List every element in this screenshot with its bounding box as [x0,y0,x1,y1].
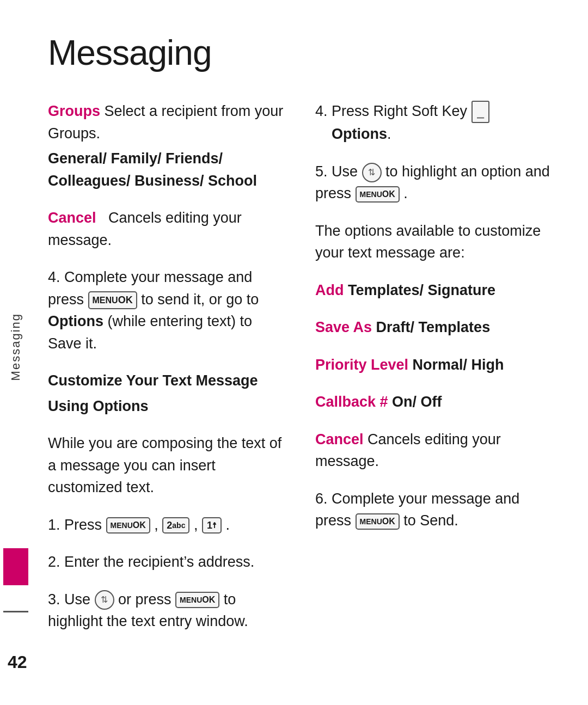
callback-text: On/ Off [392,394,442,410]
options-label: Options [315,123,387,145]
cancel-label: Cancel [48,210,96,226]
add-section: Add Templates/ Signature [315,279,555,302]
add-text: Templates/ Signature [348,282,495,298]
main-content: Messaging Groups Select a recipient from… [32,0,588,705]
groups-list-text: General/ Family/ Friends/ Colleagues/ Bu… [48,150,257,189]
key-1: 1 ☨ [202,517,222,534]
right-soft-key-icon: ⎯ [471,101,489,123]
saveas-paragraph: Save As Draft/ Templates [315,316,555,339]
intro-section: While you are composing the text of a me… [48,432,288,499]
groups-list: General/ Family/ Friends/ Colleagues/ Bu… [48,148,288,192]
sidebar: Messaging 42 [0,0,32,705]
right-column: 4. Press Right Soft Key ⎯ Options. 5. Us… [315,100,555,672]
two-column-layout: Groups Select a recipient from your Grou… [48,100,555,672]
priority-text: Normal/ High [413,357,504,373]
cancel-right-section: Cancel Cancels editing your message. [315,428,555,473]
step6-paragraph: 6. Complete your message and press MENUO… [315,488,555,532]
step4-section: 4. Complete your message and press MENUO… [48,266,288,354]
step3-paragraph: 3. Use ⇅ or press MENUOK to highlight th… [48,588,288,633]
priority-paragraph: Priority Level Normal/ High [315,354,555,376]
priority-section: Priority Level Normal/ High [315,354,555,376]
saveas-section: Save As Draft/ Templates [315,316,555,339]
page-number: 42 [8,652,27,672]
options-bold: Options [48,313,103,329]
heading1: Customize Your Text Message [48,372,258,389]
section-heading: Customize Your Text Message [48,370,288,392]
step5-paragraph: 5. Use ⇅ to highlight an option and pres… [315,161,555,205]
add-label: Add [315,282,344,298]
saveas-text: Draft/ Templates [376,319,491,335]
groups-label: Groups [48,103,100,119]
page-title: Messaging [48,33,555,73]
cancel-paragraph: Cancel Cancels editing your message. [48,207,288,251]
cancel-right-paragraph: Cancel Cancels editing your message. [315,428,555,473]
step1-paragraph: 1. Press MENUOK , 2abc , 1 ☨ . [48,514,288,536]
step6-section: 6. Complete your message and press MENUO… [315,488,555,532]
step4-right-section: 4. Press Right Soft Key ⎯ Options. [315,100,555,145]
step2-paragraph: 2. Enter the recipient’s address. [48,551,288,573]
menu-ok-key: MENUOK [106,517,150,534]
page-container: Messaging 42 Messaging Groups Select a r… [0,0,588,705]
ok-key-step5: MENUOK [356,186,400,203]
callback-section: Callback # On/ Off [315,391,555,413]
key-2abc: 2abc [162,517,189,534]
callback-label: Callback # [315,394,388,410]
section-heading2: Using Options [48,395,288,418]
callback-paragraph: Callback # On/ Off [315,391,555,413]
nav-key-step5: ⇅ [362,163,382,182]
sidebar-accent-bar [3,548,28,585]
priority-label: Priority Level [315,357,408,373]
cancel-section: Cancel Cancels editing your message. [48,207,288,251]
step1-section: 1. Press MENUOK , 2abc , 1 ☨ . [48,514,288,536]
options-intro-text: The options available to customize your … [315,220,555,264]
sidebar-line [3,611,28,612]
step3-section: 3. Use ⇅ or press MENUOK to highlight th… [48,588,288,633]
left-column: Groups Select a recipient from your Grou… [48,100,288,672]
step4-right-paragraph: 4. Press Right Soft Key ⎯ Options. [315,100,555,145]
saveas-label: Save As [315,319,372,335]
add-paragraph: Add Templates/ Signature [315,279,555,302]
cancel-right-label: Cancel [315,431,364,447]
ok-key-step3: MENUOK [175,592,219,608]
step2-section: 2. Enter the recipient’s address. [48,551,288,573]
ok-key-step6: MENUOK [356,513,400,530]
nav-key-step3: ⇅ [95,590,114,610]
ok-key-step4: MENUOK [88,291,137,309]
groups-paragraph: Groups Select a recipient from your Grou… [48,100,288,144]
sidebar-label: Messaging [9,313,23,381]
step5-section: 5. Use ⇅ to highlight an option and pres… [315,161,555,205]
options-intro-section: The options available to customize your … [315,220,555,264]
step4-paragraph: 4. Complete your message and press MENUO… [48,266,288,354]
groups-section: Groups Select a recipient from your Grou… [48,100,288,192]
heading2: Using Options [48,398,149,414]
customize-heading-section: Customize Your Text Message Using Option… [48,370,288,417]
intro-paragraph: While you are composing the text of a me… [48,432,288,499]
